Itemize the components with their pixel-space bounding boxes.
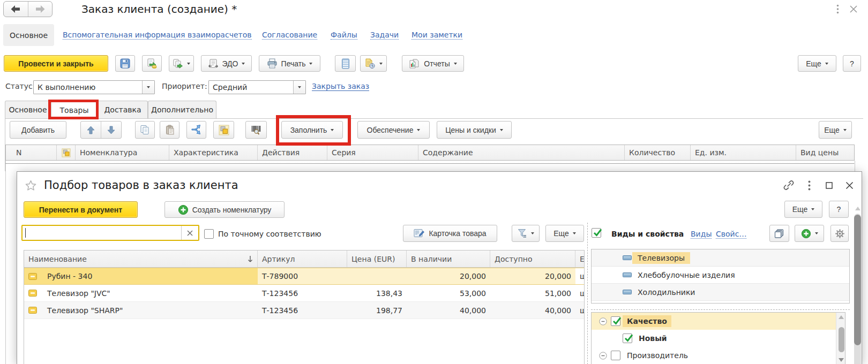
status-select[interactable]: К выполнению xyxy=(33,80,155,94)
move-up-button[interactable] xyxy=(81,122,101,138)
search-input[interactable] xyxy=(26,226,181,240)
create-based-on-button[interactable] xyxy=(169,55,194,72)
favorite-star-icon[interactable] xyxy=(25,179,37,192)
schedule-button[interactable] xyxy=(360,55,387,72)
tab-osnovnoe[interactable]: Основное xyxy=(5,101,51,118)
column-icon[interactable] xyxy=(57,145,76,160)
post-document-button[interactable] xyxy=(142,55,162,72)
register-records-button[interactable] xyxy=(335,55,356,72)
prices-discounts-button[interactable]: Цены и скидки xyxy=(437,121,512,139)
add-property-button[interactable] xyxy=(795,225,824,242)
reports-button[interactable]: Отчеты xyxy=(402,55,464,72)
product-card-button[interactable]: Карточка товара xyxy=(403,225,497,242)
tab-dopolnitelno[interactable]: Дополнительно xyxy=(148,101,216,118)
property-checkbox-checked[interactable] xyxy=(611,316,620,326)
product-row[interactable]: Телевизор "SHARP" Т-123456 198,77 40,000… xyxy=(24,302,584,319)
copy-view-button[interactable] xyxy=(769,225,789,242)
nav-link-files[interactable]: Файлы xyxy=(331,31,357,40)
window-menu-button[interactable] xyxy=(833,3,842,15)
nav-link-tasks[interactable]: Задачи xyxy=(370,31,399,40)
kind-item-selected[interactable]: Телевизоры xyxy=(592,249,849,267)
dialog-menu-button[interactable] xyxy=(805,179,813,192)
panel-splitter[interactable] xyxy=(587,223,588,364)
dialog-scrollbar[interactable] xyxy=(854,203,862,364)
dialog-link-button[interactable] xyxy=(782,179,795,192)
main-more-button[interactable]: Еще xyxy=(798,55,836,72)
paste-rows-button[interactable] xyxy=(160,121,179,139)
forward-button[interactable] xyxy=(28,2,53,17)
column-actions[interactable]: Действия xyxy=(258,145,327,160)
property-checkbox-checked[interactable] xyxy=(623,333,632,343)
column-price[interactable]: Цена (EUR) xyxy=(347,251,407,267)
nav-link-approval[interactable]: Согласование xyxy=(262,31,317,40)
property-row[interactable]: Производитель xyxy=(592,347,845,364)
dialog-close-button[interactable] xyxy=(844,180,855,191)
tree-scrollbar[interactable] xyxy=(836,313,845,364)
kinds-properties-splitter[interactable] xyxy=(591,309,850,310)
column-unit[interactable]: Ед. xyxy=(575,251,585,267)
property-child-row[interactable]: Новый xyxy=(592,330,845,347)
column-sku[interactable]: Артикул xyxy=(258,251,347,267)
scroll-down-icon[interactable] xyxy=(839,358,844,362)
transfer-to-document-button[interactable]: Перенести в документ xyxy=(24,201,138,218)
column-available[interactable]: Доступно xyxy=(490,251,575,267)
column-content[interactable]: Содержание xyxy=(418,145,625,160)
create-nomenclature-button[interactable]: Создать номенклатуру xyxy=(164,201,285,218)
kinds-properties-checkbox[interactable] xyxy=(592,228,601,238)
collapse-icon[interactable] xyxy=(599,317,607,325)
status-select-arrow[interactable] xyxy=(142,81,154,94)
column-quantity[interactable]: Количество xyxy=(625,145,691,160)
property-checkbox[interactable] xyxy=(611,351,620,360)
column-name[interactable]: Наименование xyxy=(24,251,258,267)
product-row[interactable]: Телевизор "JVC" Т-123456 138,43 53,000 5… xyxy=(24,285,584,302)
nav-link-settlement-info[interactable]: Вспомогательная информация взаиморасчето… xyxy=(63,31,252,40)
search-field[interactable] xyxy=(21,225,199,241)
edo-button[interactable]: ЭДО xyxy=(201,55,252,72)
column-series[interactable]: Серия xyxy=(327,145,418,160)
column-price-kind[interactable]: Вид цены xyxy=(796,145,854,160)
move-down-button[interactable] xyxy=(101,122,122,138)
main-help-button[interactable]: ? xyxy=(843,55,861,72)
back-button[interactable] xyxy=(4,2,28,17)
barcode-button[interactable] xyxy=(245,121,267,139)
print-button[interactable]: Печать xyxy=(259,55,320,72)
kind-item[interactable]: Холодильники xyxy=(592,284,849,301)
filter-button[interactable] xyxy=(512,225,540,242)
column-nomenclature[interactable]: Номенклатура xyxy=(76,145,169,160)
nav-chip-main[interactable]: Основное xyxy=(3,24,54,46)
save-button[interactable] xyxy=(115,55,135,72)
tab-dostavka[interactable]: Доставка xyxy=(98,101,148,118)
collapse-icon[interactable] xyxy=(599,352,607,360)
column-unit[interactable]: Ед. изм. xyxy=(691,145,796,160)
priority-select-arrow[interactable] xyxy=(293,81,305,94)
exact-match-checkbox[interactable] xyxy=(204,229,214,239)
dialog-scrollbar-thumb[interactable] xyxy=(854,215,861,345)
priority-select[interactable]: Средний xyxy=(208,80,306,94)
properties-link[interactable]: Свойс… xyxy=(716,230,746,239)
scroll-up-icon[interactable] xyxy=(839,315,844,319)
kinds-link[interactable]: Виды xyxy=(691,230,712,239)
panel-settings-button[interactable] xyxy=(830,225,849,242)
search-clear-button[interactable] xyxy=(181,226,198,240)
list-more-button[interactable]: Еще xyxy=(545,225,584,242)
supply-button[interactable]: Обеспечение xyxy=(357,121,430,139)
post-and-close-button[interactable]: Провести и закрыть xyxy=(4,55,108,72)
split-row-button[interactable] xyxy=(186,121,206,139)
duplicate-highlight-button[interactable] xyxy=(213,121,234,139)
column-characteristic[interactable]: Характеристика xyxy=(169,145,258,160)
grid-more-button[interactable]: Еще xyxy=(819,121,852,139)
dialog-help-button[interactable]: ? xyxy=(829,201,849,218)
add-row-button[interactable]: Добавить xyxy=(10,121,66,139)
property-row-selected[interactable]: Качество xyxy=(592,313,845,330)
kind-item[interactable]: Хлебобулочные изделия xyxy=(592,267,849,284)
product-row-selected[interactable]: Рубин - 340 Т-789000 20,000 20,000 шт xyxy=(24,268,584,285)
window-close-button[interactable] xyxy=(848,3,859,15)
dialog-maximize-button[interactable] xyxy=(824,180,834,190)
scroll-up-icon[interactable] xyxy=(855,207,860,210)
tree-scrollbar-thumb[interactable] xyxy=(839,327,844,352)
close-order-link[interactable]: Закрыть заказ xyxy=(312,82,369,91)
copy-rows-button[interactable] xyxy=(135,121,155,139)
nav-link-my-notes[interactable]: Мои заметки xyxy=(411,31,462,40)
dialog-more-button[interactable]: Еще xyxy=(784,201,822,218)
column-n[interactable]: N xyxy=(6,145,57,160)
